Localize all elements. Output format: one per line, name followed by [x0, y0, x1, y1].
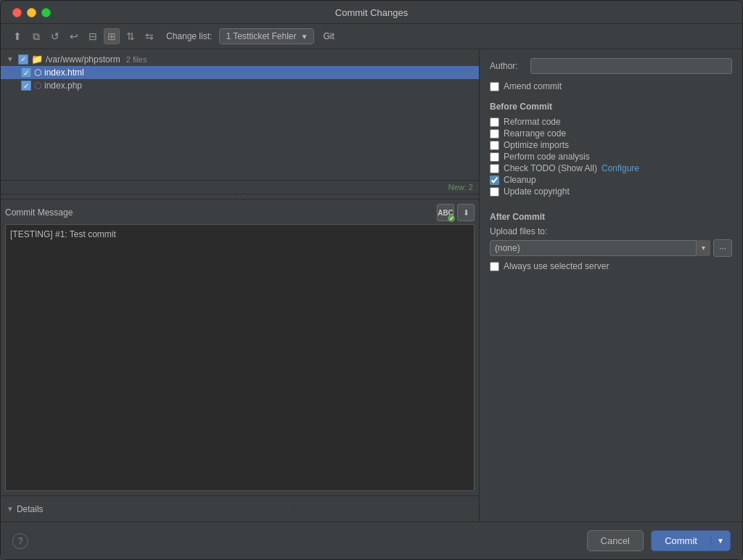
left-panel: ▼ ✓ 📁 /var/www/phpstorm 2 files ✓ ⬡ inde… [1, 49, 480, 522]
main-content: ▼ ✓ 📁 /var/www/phpstorm 2 files ✓ ⬡ inde… [1, 49, 742, 522]
amend-row: Amend commit [490, 81, 732, 91]
commit-textarea[interactable]: [TESTING] #1: Test commit [5, 224, 475, 491]
optimize-row: Optimize imports [490, 139, 732, 151]
todo-row: Check TODO (Show All) Configure [490, 162, 732, 174]
php-file-icon: ⬡ [34, 81, 41, 91]
html-file-icon: ⬡ [34, 67, 41, 78]
bottom-actions: Cancel Commit ▼ [587, 530, 731, 551]
copyright-label: Update copyright [504, 186, 570, 197]
collapse-toolbar-icon[interactable]: ⇆ [141, 28, 157, 44]
upload-select-wrapper: (none) ▼ [490, 240, 710, 256]
status-bar: New: 2 [1, 180, 479, 194]
always-use-server-checkbox[interactable] [490, 262, 499, 271]
cleanup-row: Cleanup [490, 174, 732, 186]
upload-select-arrow-icon[interactable]: ▼ [696, 240, 710, 256]
file-tree: ▼ ✓ 📁 /var/www/phpstorm 2 files ✓ ⬡ inde… [1, 49, 479, 180]
reformat-label: Reformat code [504, 117, 561, 127]
always-use-server-label: Always use selected server [504, 261, 609, 271]
tree-item-index-php[interactable]: ✓ ⬡ index.php [1, 79, 479, 92]
analyze-row: Perform code analysis [490, 151, 732, 162]
refresh-toolbar-icon[interactable]: ↺ [47, 28, 63, 44]
details-divider-dots: · · · · · · · · · [227, 506, 292, 512]
details-section[interactable]: ▼ Details · · · · · · · · · [1, 495, 479, 522]
main-window: Commit Changes ⬆ ⧉ ↺ ↩ ⊟ ⊞ ⇅ ⇆ Change li… [0, 0, 743, 560]
tree-item-index-html[interactable]: ✓ ⬡ index.html [1, 66, 479, 79]
before-commit-title: Before Commit [490, 102, 732, 112]
after-commit-title: After Commit [490, 212, 732, 222]
copyright-checkbox[interactable] [490, 187, 499, 197]
traffic-lights [12, 8, 51, 17]
commit-message-section: Commit Message ABC ✓ ⬇ [TESTING] #1: Tes… [1, 199, 479, 495]
upload-toolbar-icon[interactable]: ⬆ [9, 28, 25, 44]
undo-toolbar-icon[interactable]: ↩ [66, 28, 82, 44]
commit-dropdown-arrow-icon[interactable]: ▼ [710, 537, 730, 545]
rearrange-checkbox[interactable] [490, 129, 499, 139]
message-tools: ABC ✓ ⬇ [437, 204, 475, 221]
optimize-label: Optimize imports [504, 140, 569, 150]
close-button[interactable] [12, 8, 22, 17]
analyze-label: Perform code analysis [504, 152, 590, 162]
folder-icon: 📁 [31, 54, 43, 65]
reformat-checkbox[interactable] [490, 118, 499, 127]
after-commit-section: After Commit Upload files to: (none) ▼ ·… [490, 209, 732, 271]
cleanup-label: Cleanup [504, 175, 536, 185]
commit-message-action-button[interactable]: ⬇ [457, 204, 475, 221]
tree-expand-icon: ▼ [7, 55, 15, 63]
expand-toolbar-icon[interactable]: ⇅ [123, 28, 139, 44]
html-checkbox[interactable]: ✓ [21, 67, 31, 78]
always-row: Always use selected server [490, 261, 732, 271]
divider-bar[interactable]: · · · · · [1, 194, 479, 199]
view-selected-icon[interactable]: ⊞ [104, 28, 120, 44]
copy-toolbar-icon[interactable]: ⧉ [28, 28, 44, 44]
todo-label: Check TODO (Show All) [504, 163, 597, 173]
html-filename: index.html [44, 67, 84, 78]
minimize-button[interactable] [27, 8, 36, 17]
upload-files-label: Upload files to: [490, 226, 732, 236]
cancel-button[interactable]: Cancel [587, 530, 644, 551]
optimize-checkbox[interactable] [490, 141, 499, 150]
author-row: Author: [490, 58, 732, 74]
spellcheck-button[interactable]: ABC ✓ [437, 204, 454, 221]
file-count: 2 files [126, 55, 147, 64]
upload-select[interactable]: (none) [490, 240, 710, 256]
changelist-dropdown[interactable]: 1 Testticket Fehler ▼ [219, 28, 314, 44]
tree-root-item[interactable]: ▼ ✓ 📁 /var/www/phpstorm 2 files [1, 52, 479, 66]
maximize-button[interactable] [41, 8, 51, 17]
configure-link[interactable]: Configure [602, 163, 639, 173]
commit-message-label: Commit Message [5, 207, 73, 218]
new-count: New: 2 [448, 183, 473, 192]
git-label: Git [323, 31, 334, 41]
copyright-row: Update copyright [490, 186, 732, 197]
amend-commit-label: Amend commit [504, 81, 562, 91]
right-panel: Author: Amend commit Before Commit Refor… [480, 49, 742, 522]
changelist-value: 1 Testticket Fehler [226, 31, 296, 41]
analyze-checkbox[interactable] [490, 152, 499, 162]
rearrange-row: Rearrange code [490, 128, 732, 139]
commit-message-header: Commit Message ABC ✓ ⬇ [5, 204, 475, 221]
todo-checkbox[interactable] [490, 164, 499, 173]
commit-button[interactable]: Commit ▼ [651, 530, 731, 551]
spellcheck-check-icon: ✓ [448, 215, 455, 222]
reformat-row: Reformat code [490, 116, 732, 128]
php-filename: index.php [44, 81, 82, 91]
window-title: Commit Changes [335, 7, 408, 18]
bottom-bar: ? Cancel Commit ▼ [1, 522, 742, 559]
upload-more-button[interactable]: ··· [713, 239, 732, 257]
changelist-label: Change list: [166, 31, 212, 41]
diff-toolbar-icon[interactable]: ⊟ [85, 28, 101, 44]
amend-commit-checkbox[interactable] [490, 82, 499, 91]
php-checkbox[interactable]: ✓ [21, 81, 31, 91]
rearrange-label: Rearrange code [504, 128, 566, 139]
author-input[interactable] [530, 58, 732, 74]
before-commit-section: Before Commit Reformat code Rearrange co… [490, 99, 732, 197]
toolbar: ⬆ ⧉ ↺ ↩ ⊟ ⊞ ⇅ ⇆ Change list: 1 Testticke… [1, 24, 742, 49]
root-folder-name: /var/www/phpstorm [46, 54, 120, 65]
author-label: Author: [490, 61, 525, 71]
root-checkbox[interactable]: ✓ [18, 54, 28, 65]
help-button[interactable]: ? [12, 533, 28, 549]
help-icon: ? [18, 536, 23, 546]
upload-dropdown-row: (none) ▼ ··· [490, 239, 732, 257]
details-expand-icon: ▼ [7, 505, 14, 513]
titlebar: Commit Changes [1, 1, 742, 24]
cleanup-checkbox[interactable] [490, 176, 499, 185]
